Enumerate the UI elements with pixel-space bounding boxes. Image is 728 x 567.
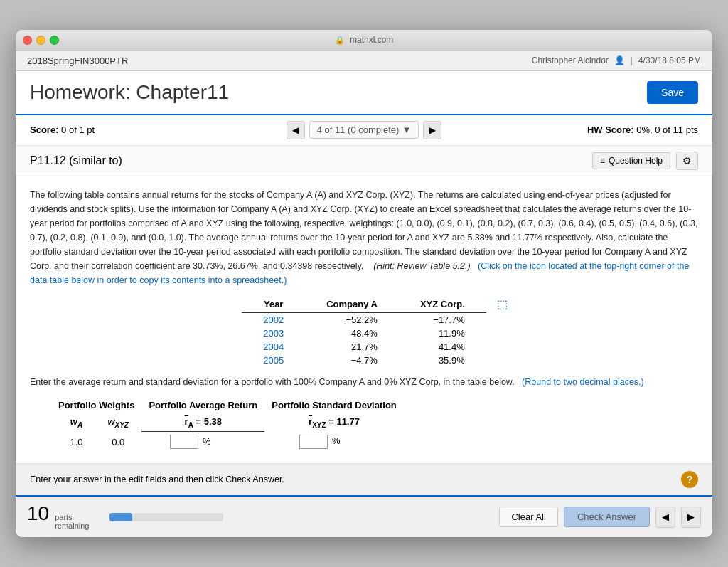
avg-return-input-cell: %: [141, 432, 239, 452]
question-actions: ≡ Question Help ⚙: [592, 152, 698, 170]
hw-score-label: HW Score:: [587, 124, 634, 135]
lock-icon: 🔒: [335, 36, 345, 44]
table-row: 2005 −4.7% 35.9%: [242, 354, 486, 367]
progress-track: [109, 513, 223, 521]
company-a-2005: −4.7%: [305, 354, 399, 367]
score-row: Score: 0 of 1 pt ◀ 4 of 11 (0 complete) …: [16, 115, 712, 146]
datetime-label: 4/30/18 8:05 PM: [638, 55, 701, 65]
year-2002: 2002: [242, 312, 305, 327]
hw-score-value: 0%, 0 of 11 pts: [636, 124, 698, 135]
footer-actions: Clear All Check Answer ◀ ▶: [499, 507, 701, 528]
wa-label: wA: [58, 413, 95, 432]
rxyz-value: rXYZ = 11.77: [264, 413, 404, 432]
avg-return-header: Portfolio Average Return: [141, 397, 264, 413]
prev-question-button[interactable]: ◀: [287, 121, 305, 139]
portfolio-table: Portfolio Weights Portfolio Average Retu…: [58, 397, 404, 452]
table-row: 2004 21.7% 41.4%: [242, 340, 486, 354]
footer-prev-button[interactable]: ◀: [655, 507, 675, 528]
user-info: Christopher Alcindor 👤 | 4/30/18 8:05 PM: [532, 55, 701, 65]
parts-remaining-info: 10 parts remaining: [27, 504, 98, 530]
score-info: Score: 0 of 1 pt: [30, 124, 279, 135]
question-id: P11.12 (similar to): [30, 154, 122, 167]
title-bar: 🔒 mathxl.com: [16, 30, 712, 51]
wxyz-label: wXYZ: [95, 413, 141, 432]
year-2005: 2005: [242, 354, 305, 367]
help-label: Question Help: [609, 156, 663, 166]
round-note: (Round to two decimal places.): [522, 377, 644, 387]
year-2003: 2003: [242, 327, 305, 340]
window-title: 🔒 mathxl.com: [335, 35, 394, 45]
list-icon: ≡: [600, 156, 605, 166]
check-answer-button[interactable]: Check Answer: [564, 507, 650, 527]
table-row: 2002 −52.2% −17.7%: [242, 312, 486, 327]
nav-text: 4 of 11 (0 complete): [317, 124, 400, 135]
parts-label-1: parts: [55, 513, 89, 521]
save-button[interactable]: Save: [647, 81, 698, 104]
hw-score-info: HW Score: 0%, 0 of 11 pts: [449, 124, 698, 135]
std-dev-header: Portfolio Standard Deviation: [264, 397, 404, 413]
hint-text: (Hint: Review Table 5.2.): [373, 261, 475, 271]
question-help-button[interactable]: ≡ Question Help: [592, 152, 670, 169]
question-body: The following table contains annual retu…: [16, 176, 712, 464]
xyz-2005: 35.9%: [399, 354, 486, 367]
question-counter: 4 of 11 (0 complete) ▼: [309, 121, 419, 139]
portfolio-row: 1.0 0.0 % %: [58, 432, 404, 452]
progress-bar: [109, 513, 223, 521]
company-a-header: Company A: [305, 297, 399, 313]
company-a-2003: 48.4%: [305, 327, 399, 340]
divider: |: [631, 55, 633, 65]
help-button[interactable]: ?: [681, 471, 698, 488]
year-header: Year: [242, 297, 305, 313]
minimize-button[interactable]: [36, 36, 46, 45]
question-text: The following table contains annual retu…: [30, 188, 698, 287]
clear-all-button[interactable]: Clear All: [499, 507, 557, 527]
app-window: 🔒 mathxl.com 2018SpringFIN3000PTR Christ…: [16, 30, 712, 538]
answer-instruction: Enter your answer in the edit fields and…: [30, 475, 284, 484]
avg-return-input[interactable]: [170, 435, 198, 449]
data-table: Year Company A XYZ Corp. 2002 −52.2% −17…: [242, 297, 486, 367]
main-content: Homework: Chapter11 Save Score: 0 of 1 p…: [16, 71, 712, 538]
maximize-button[interactable]: [50, 36, 59, 45]
course-label: 2018SpringFIN3000PTR: [27, 55, 128, 66]
nav-bar: 2018SpringFIN3000PTR Christopher Alcindo…: [16, 51, 712, 71]
next-question-button[interactable]: ▶: [423, 121, 441, 139]
dropdown-icon[interactable]: ▼: [402, 124, 411, 135]
company-a-2004: 21.7%: [305, 340, 399, 354]
std-pct-label: %: [332, 435, 341, 446]
company-a-2002: −52.2%: [305, 312, 399, 327]
footer-bar: 10 parts remaining Clear All Check Answe…: [16, 495, 712, 537]
question-header: P11.12 (similar to) ≡ Question Help ⚙: [16, 146, 712, 176]
wa-value: 1.0: [58, 432, 95, 452]
spreadsheet-copy-icon[interactable]: ⬚: [497, 297, 508, 311]
ra-value: rA = 5.38: [141, 413, 264, 432]
homework-header: Homework: Chapter11 Save: [16, 71, 712, 115]
parts-label-2: remaining: [55, 521, 89, 530]
wxyz-value: 0.0: [95, 432, 141, 452]
question-nav: ◀ 4 of 11 (0 complete) ▼ ▶: [287, 121, 442, 139]
instruction-line: Enter the average return and standard de…: [30, 377, 698, 387]
page-title: Homework: Chapter11: [30, 81, 229, 104]
window-controls: [23, 36, 59, 45]
avg-pct-label: %: [203, 436, 211, 447]
instruction-text: Enter the average return and standard de…: [30, 377, 520, 387]
settings-button[interactable]: ⚙: [676, 152, 698, 170]
std-dev-input-cell: %: [264, 432, 375, 452]
portfolio-section: Portfolio Weights Portfolio Average Retu…: [58, 397, 698, 452]
score-value: 0 of 1 pt: [61, 124, 95, 135]
question-paragraph: The following table contains annual retu…: [30, 190, 697, 271]
username-label: Christopher Alcindor: [532, 55, 609, 65]
std-dev-input[interactable]: [299, 435, 328, 449]
bottom-instruction-bar: Enter your answer in the edit fields and…: [16, 463, 712, 495]
year-2004: 2004: [242, 340, 305, 354]
xyz-header: XYZ Corp.: [399, 297, 486, 313]
close-button[interactable]: [23, 36, 32, 45]
score-label: Score:: [30, 124, 58, 135]
xyz-2004: 41.4%: [399, 340, 486, 354]
xyz-2002: −17.7%: [399, 312, 486, 327]
domain-label: mathxl.com: [350, 35, 393, 45]
xyz-2003: 11.9%: [399, 327, 486, 340]
weights-header: Portfolio Weights: [58, 397, 141, 413]
user-icon: 👤: [614, 55, 625, 65]
footer-next-button[interactable]: ▶: [681, 507, 701, 528]
table-row: 2003 48.4% 11.9%: [242, 327, 486, 340]
